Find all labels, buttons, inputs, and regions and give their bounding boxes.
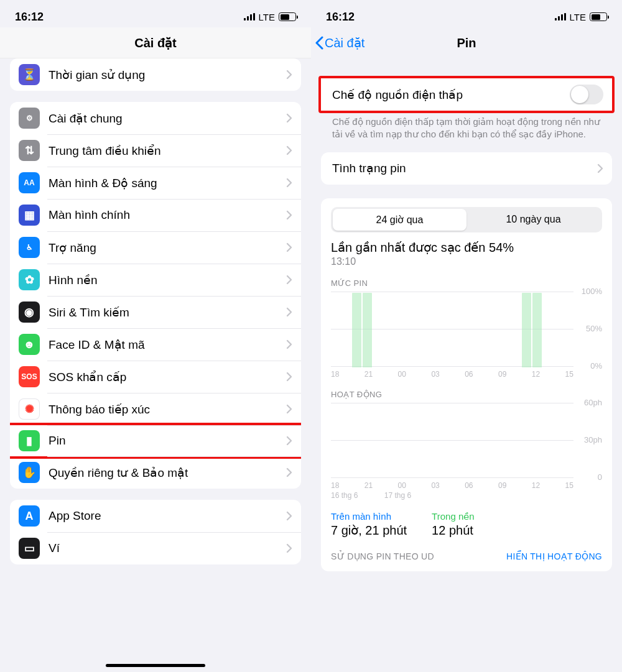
settings-icon: ⏳ <box>19 64 40 85</box>
settings-label: Ví <box>49 541 286 555</box>
settings-label: Màn hình chính <box>49 208 286 222</box>
settings-row[interactable]: ☻Face ID & Mật mã <box>10 328 301 361</box>
settings-icon: ⇅ <box>19 140 40 161</box>
chevron-right-icon <box>286 372 292 382</box>
low-power-note: Chế độ nguồn điện thấp tạm thời giảm hoạ… <box>321 111 612 141</box>
chevron-right-icon <box>286 467 292 477</box>
settings-label: Hình nền <box>49 273 286 287</box>
settings-label: Quyền riêng tư & Bảo mật <box>49 466 286 480</box>
battery-usage-card: 24 giờ qua 10 ngày qua Lần gần nhất được… <box>321 198 612 571</box>
time-range-segmented[interactable]: 24 giờ qua 10 ngày qua <box>331 207 602 232</box>
low-power-toggle[interactable] <box>570 85 603 104</box>
settings-row[interactable]: ✺Thông báo tiếp xúc <box>10 393 301 425</box>
footer-left: SỬ DỤNG PIN THEO UD <box>331 551 434 561</box>
background-time-label: Trong nền <box>432 511 474 522</box>
navbar-battery: Cài đặt Pin <box>311 27 622 58</box>
cellular-icon <box>555 13 566 21</box>
settings-row[interactable]: ✋Quyền riêng tư & Bảo mật <box>10 456 301 489</box>
chevron-left-icon <box>315 36 323 50</box>
last-charge-time: 13:10 <box>331 256 602 267</box>
settings-row[interactable]: ◉Siri & Tìm kiếm <box>10 296 301 328</box>
low-power-row[interactable]: Chế độ nguồn điện thấp <box>321 78 612 111</box>
settings-icon: ✺ <box>19 398 40 420</box>
background-time-value: 12 phút <box>432 523 474 538</box>
settings-icon: A <box>19 505 40 527</box>
last-charge-text: Lần gần nhất được sạc đến 54% <box>331 240 602 255</box>
back-button[interactable]: Cài đặt <box>315 35 364 50</box>
footer-row: SỬ DỤNG PIN THEO UD HIỂN THỊ HOẠT ĐỘNG <box>331 551 602 561</box>
low-power-label: Chế độ nguồn điện thấp <box>332 88 570 102</box>
settings-label: Face ID & Mật mã <box>49 338 286 352</box>
settings-label: Trợ năng <box>49 241 286 255</box>
battery-icon <box>590 12 607 21</box>
battery-scroll[interactable]: Chế độ nguồn điện thấp Chế độ nguồn điện… <box>311 58 622 672</box>
chevron-right-icon <box>597 163 603 173</box>
chevron-right-icon <box>286 178 292 188</box>
settings-icon: ◉ <box>19 301 40 323</box>
settings-icon: ✿ <box>19 269 40 290</box>
battery-health-row[interactable]: Tình trạng pin <box>321 152 612 185</box>
tab-10d[interactable]: 10 ngày qua <box>466 209 600 231</box>
settings-icon: ▭ <box>19 538 40 559</box>
settings-icon: ♿︎ <box>19 237 40 258</box>
settings-row[interactable]: ♿︎Trợ năng <box>10 231 301 264</box>
status-bar: 16:12 LTE <box>311 0 622 27</box>
settings-label: Thông báo tiếp xúc <box>49 402 286 417</box>
page-title: Pin <box>457 36 476 50</box>
status-time: 16:12 <box>326 11 355 24</box>
settings-scroll[interactable]: ⏳Thời gian sử dụng⚙︎Cài đặt chung⇅Trung … <box>0 58 311 672</box>
settings-row[interactable]: AAMàn hình & Độ sáng <box>10 167 301 199</box>
settings-row[interactable]: ▭Ví <box>10 532 301 564</box>
chevron-right-icon <box>286 404 292 414</box>
settings-row[interactable]: ▦Màn hình chính <box>10 199 301 231</box>
settings-icon: ▦ <box>19 205 40 226</box>
settings-row[interactable]: ⏳Thời gian sử dụng <box>10 58 301 91</box>
home-indicator[interactable] <box>106 664 205 667</box>
cellular-icon <box>244 13 255 21</box>
battery-icon <box>279 12 296 21</box>
settings-label: App Store <box>49 509 286 523</box>
settings-group: ⚙︎Cài đặt chung⇅Trung tâm điều khiểnAAMà… <box>10 102 301 489</box>
settings-row[interactable]: AApp Store <box>10 500 301 532</box>
settings-label: Siri & Tìm kiếm <box>49 305 286 320</box>
settings-row[interactable]: SOSSOS khẩn cấp <box>10 361 301 393</box>
chevron-right-icon <box>286 70 292 80</box>
screen-time-label: Trên màn hình <box>331 511 407 522</box>
settings-icon: ▮ <box>19 430 40 451</box>
battery-health-group: Tình trạng pin <box>321 152 612 185</box>
page-title: Cài đặt <box>134 35 177 50</box>
settings-label: Màn hình & Độ sáng <box>49 176 286 190</box>
status-bar: 16:12 LTE <box>0 0 311 27</box>
chevron-right-icon <box>286 113 292 123</box>
battery-chart-label: MỨC PIN <box>331 278 602 288</box>
settings-icon: ☻ <box>19 334 40 355</box>
settings-group: AApp Store▭Ví <box>10 500 301 564</box>
settings-icon: ✋ <box>19 462 40 483</box>
network-label: LTE <box>570 12 586 22</box>
settings-label: Cài đặt chung <box>49 111 286 126</box>
settings-row[interactable]: ⚙︎Cài đặt chung <box>10 102 301 134</box>
usage-stats: Trên màn hình 7 giờ, 21 phút Trong nền 1… <box>331 511 602 538</box>
navbar-settings: Cài đặt <box>0 27 311 58</box>
footer-right[interactable]: HIỂN THỊ HOẠT ĐỘNG <box>506 551 602 561</box>
settings-label: Trung tâm điều khiển <box>49 144 286 158</box>
settings-label: Thời gian sử dụng <box>49 68 286 82</box>
chevron-right-icon <box>286 436 292 446</box>
chevron-right-icon <box>286 511 292 521</box>
settings-row[interactable]: ▮Pin <box>10 423 301 459</box>
battery-level-chart: 100%50%0%1821000306091215 <box>331 292 602 379</box>
settings-icon: ⚙︎ <box>19 108 40 129</box>
chevron-right-icon <box>286 339 292 349</box>
network-label: LTE <box>259 12 275 22</box>
chevron-right-icon <box>286 307 292 317</box>
chevron-right-icon <box>286 242 292 252</box>
activity-chart-label: HOẠT ĐỘNG <box>331 390 602 399</box>
low-power-group: Chế độ nguồn điện thấp <box>318 76 615 113</box>
settings-row[interactable]: ✿Hình nền <box>10 264 301 296</box>
chevron-right-icon <box>286 145 292 155</box>
settings-icon: AA <box>19 172 40 193</box>
tab-24h[interactable]: 24 giờ qua <box>333 209 466 231</box>
activity-chart: 60ph30ph01821000306091215 <box>331 403 602 490</box>
settings-row[interactable]: ⇅Trung tâm điều khiển <box>10 134 301 167</box>
battery-health-label: Tình trạng pin <box>332 161 597 175</box>
